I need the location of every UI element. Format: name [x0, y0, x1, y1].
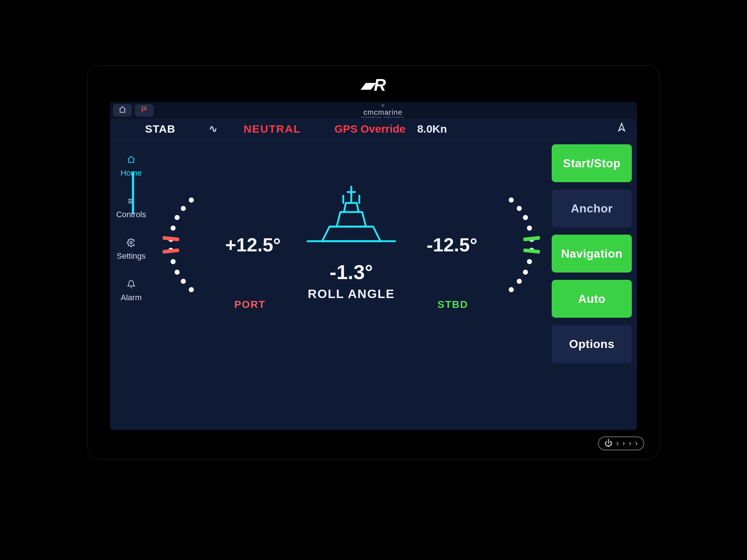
status-bar: STAB ∿ NEUTRAL GPS Override 8.0Kn: [110, 119, 637, 139]
chevron-right-icon: ›: [635, 439, 638, 448]
roll-angle-value: -1.3°: [330, 260, 373, 284]
gps-override-label: GPS Override: [335, 123, 406, 135]
ship-display: -1.3° ROLL ANGLE: [152, 172, 550, 301]
sidebar-item-controls[interactable]: Controls: [110, 187, 152, 229]
device-power-strip[interactable]: ⏻ › › › ›: [598, 436, 644, 450]
cursor-arrow-icon: [617, 122, 627, 135]
ship-icon: [304, 172, 399, 256]
titlebar-flag-button[interactable]: [135, 104, 154, 117]
chevron-right-icon: ›: [629, 439, 631, 448]
wave-icon: ∿: [209, 123, 217, 135]
brand-wave-icon: ≈: [382, 103, 385, 109]
anchor-button[interactable]: Anchor: [552, 189, 632, 227]
action-column: Start/Stop Anchor Navigation Auto Option…: [550, 139, 637, 430]
neutral-status: NEUTRAL: [243, 123, 301, 135]
menu-icon: [127, 197, 136, 208]
roll-angle-label: ROLL ANGLE: [308, 287, 395, 301]
titlebar-home-button[interactable]: [113, 104, 132, 117]
chevron-right-icon: ›: [616, 439, 619, 448]
bell-icon: [127, 280, 136, 291]
sidebar-item-alarm[interactable]: Alarm: [110, 270, 152, 312]
home-icon: [118, 106, 126, 115]
mode-label: STAB: [145, 123, 175, 135]
speed-value: 8.0Kn: [417, 123, 447, 135]
auto-button[interactable]: Auto: [552, 280, 632, 318]
app-screen: ≈ cmcmarine innovative stabilizers STAB …: [110, 102, 637, 430]
sidebar-item-label: Controls: [116, 210, 146, 219]
power-icon: ⏻: [605, 439, 613, 448]
brand-area: ≈ cmcmarine innovative stabilizers: [157, 102, 609, 119]
brand-subtitle: innovative stabilizers: [361, 116, 404, 119]
svg-point-3: [130, 242, 132, 244]
flag-icon: [140, 106, 148, 115]
titlebar: ≈ cmcmarine innovative stabilizers: [110, 102, 637, 119]
sidebar-item-label: Alarm: [121, 293, 141, 302]
sidebar-active-marker: [132, 172, 134, 214]
main-gauge: +12.5° -12.5° PORT STBD: [152, 139, 550, 430]
start-stop-button[interactable]: Start/Stop: [552, 144, 632, 182]
sidebar-item-label: Home: [121, 168, 142, 178]
sidebar: Home Controls Settings: [110, 139, 152, 430]
bezel-logo: ▰R: [87, 75, 660, 95]
sidebar-item-settings[interactable]: Settings: [110, 229, 152, 270]
home-icon: [127, 155, 136, 166]
sidebar-item-home[interactable]: Home: [110, 146, 152, 187]
navigation-button[interactable]: Navigation: [552, 235, 632, 273]
sidebar-item-label: Settings: [117, 251, 146, 261]
options-button[interactable]: Options: [552, 325, 632, 363]
chevron-right-icon: ›: [622, 439, 625, 448]
brand-name: cmcmarine: [364, 109, 403, 116]
gear-icon: [127, 238, 136, 249]
device-frame: ▰R ⏻ › › › ›: [87, 66, 660, 459]
